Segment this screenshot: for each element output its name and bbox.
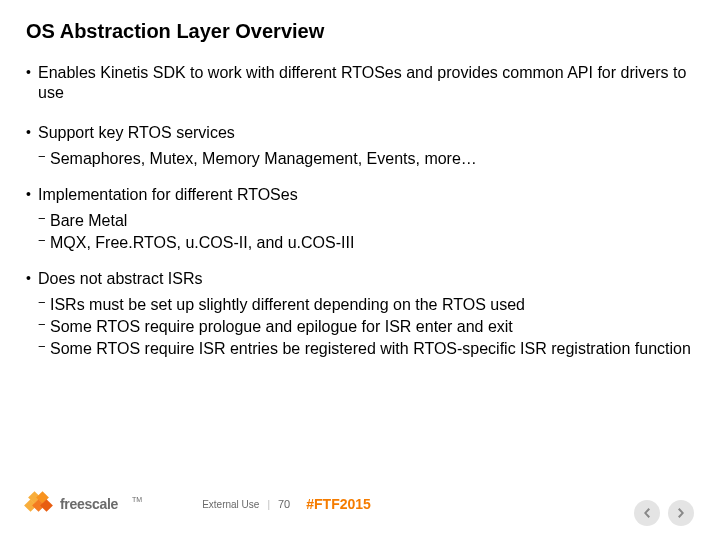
sub-text: Bare Metal — [50, 211, 694, 231]
sub-marker: − — [38, 295, 50, 315]
sub-bullet: − Some RTOS require ISR entries be regis… — [38, 339, 694, 359]
nav-controls — [634, 500, 694, 526]
bullet-marker: • — [26, 63, 38, 103]
sub-text: Some RTOS require prologue and epilogue … — [50, 317, 694, 337]
bullet-text: Enables Kinetis SDK to work with differe… — [38, 63, 694, 103]
brand-logo: freescale TM — [26, 493, 142, 515]
sub-bullet: − ISRs must be set up slightly different… — [38, 295, 694, 315]
bullet-text: Does not abstract ISRs — [38, 269, 694, 289]
sub-bullet: − Semaphores, Mutex, Memory Management, … — [38, 149, 694, 169]
slide: OS Abstraction Layer Overview • Enables … — [0, 0, 720, 540]
slide-title: OS Abstraction Layer Overview — [26, 20, 694, 43]
footer: freescale TM External Use | 70 #FTF2015 — [26, 486, 694, 522]
brand-text: freescale — [60, 496, 118, 512]
sub-bullet: − Bare Metal — [38, 211, 694, 231]
bullet-text: Implementation for different RTOSes — [38, 185, 694, 205]
bullet-marker: • — [26, 269, 38, 289]
sub-marker: − — [38, 317, 50, 337]
usage-label: External Use — [202, 499, 259, 510]
sub-text: ISRs must be set up slightly different d… — [50, 295, 694, 315]
sub-marker: − — [38, 149, 50, 169]
sub-text: MQX, Free.RTOS, u.COS-II, and u.COS-III — [50, 233, 694, 253]
page-number: 70 — [278, 498, 290, 510]
bullet-item: • Does not abstract ISRs — [26, 269, 694, 289]
chevron-left-icon — [642, 508, 652, 518]
hashtag: #FTF2015 — [306, 496, 371, 512]
bullet-marker: • — [26, 185, 38, 205]
footer-meta: External Use | 70 #FTF2015 — [202, 496, 371, 512]
divider: | — [267, 499, 270, 510]
bullet-list: • Enables Kinetis SDK to work with diffe… — [26, 63, 694, 359]
sub-text: Semaphores, Mutex, Memory Management, Ev… — [50, 149, 694, 169]
trademark: TM — [132, 496, 142, 503]
bullet-item: • Support key RTOS services — [26, 123, 694, 143]
sub-bullet: − MQX, Free.RTOS, u.COS-II, and u.COS-II… — [38, 233, 694, 253]
chevron-right-icon — [676, 508, 686, 518]
sub-text: Some RTOS require ISR entries be registe… — [50, 339, 694, 359]
sub-marker: − — [38, 211, 50, 231]
bullet-item: • Enables Kinetis SDK to work with diffe… — [26, 63, 694, 103]
bullet-text: Support key RTOS services — [38, 123, 694, 143]
next-button[interactable] — [668, 500, 694, 526]
sub-bullet: − Some RTOS require prologue and epilogu… — [38, 317, 694, 337]
sub-marker: − — [38, 233, 50, 253]
bullet-item: • Implementation for different RTOSes — [26, 185, 694, 205]
sub-marker: − — [38, 339, 50, 359]
prev-button[interactable] — [634, 500, 660, 526]
bullet-marker: • — [26, 123, 38, 143]
freescale-icon — [26, 493, 54, 515]
